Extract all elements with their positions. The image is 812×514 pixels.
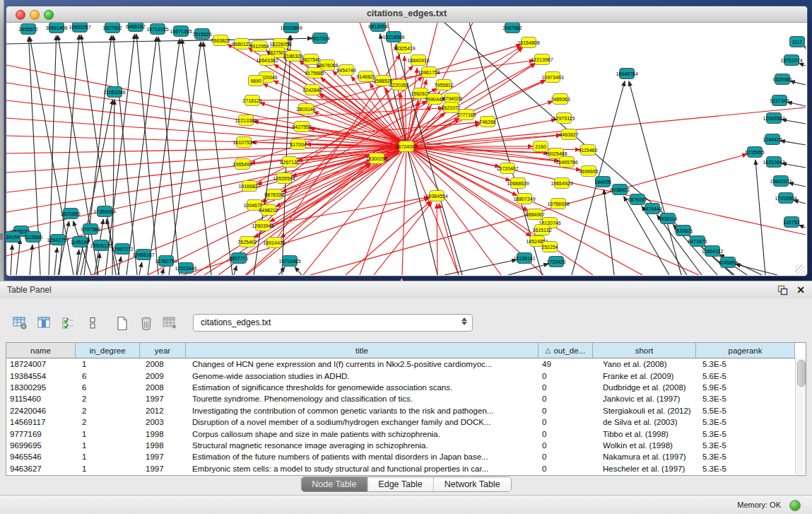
network-node[interactable]: 8498212: [259, 205, 278, 216]
table-options-button[interactable]: [10, 313, 31, 333]
network-node[interactable]: 21053346: [103, 87, 125, 98]
float-window-icon[interactable]: [777, 284, 788, 296]
network-node[interactable]: 252254: [541, 242, 558, 252]
network-node[interactable]: 39159: [6, 232, 20, 243]
window-resize-grip[interactable]: [795, 264, 805, 274]
network-node[interactable]: 19218586: [382, 32, 404, 42]
network-node[interactable]: 10688639: [507, 178, 529, 189]
network-node[interactable]: 7955812: [434, 80, 453, 90]
network-node[interactable]: 9227343: [770, 95, 789, 106]
network-node[interactable]: 16648784: [616, 69, 637, 79]
column-header-in_degree[interactable]: in_degree: [76, 343, 140, 358]
column-header-short[interactable]: short: [593, 343, 696, 358]
network-node[interactable]: 8215955: [745, 147, 764, 158]
network-node[interactable]: 1621072: [441, 103, 460, 113]
network-node[interactable]: 9474444: [642, 204, 661, 214]
network-node[interactable]: 817004: [290, 139, 306, 150]
network-node[interactable]: 2087682: [502, 23, 522, 33]
network-node[interactable]: 7515526: [192, 29, 211, 40]
network-node[interactable]: 8186328: [283, 51, 302, 62]
network-node[interactable]: 2935114: [659, 214, 678, 224]
network-node[interactable]: 9175685: [305, 68, 324, 78]
network-node[interactable]: 1527602: [102, 23, 122, 33]
table-row[interactable]: 1872400712008Changes of HCN gene express…: [6, 358, 806, 370]
network-node[interactable]: 9245652: [718, 257, 737, 268]
network-node[interactable]: 8660123: [232, 39, 251, 49]
network-node[interactable]: 1117: [790, 37, 805, 47]
network-node[interactable]: 30691406: [45, 23, 67, 33]
trash-button[interactable]: [136, 313, 157, 333]
network-node[interactable]: 10653257: [69, 23, 90, 33]
network-node[interactable]: 7632621: [673, 226, 693, 236]
network-node[interactable]: 16154808: [517, 37, 539, 48]
network-node[interactable]: 16782759: [155, 256, 177, 267]
network-canvas[interactable]: 2405572306914061065325715276026466162107…: [6, 23, 806, 275]
column-header-name[interactable]: name: [6, 343, 76, 358]
table-row[interactable]: 946362711997Embryonic stem cells: a mode…: [6, 463, 806, 474]
network-node[interactable]: 2405572: [18, 24, 37, 35]
network-node[interactable]: 6879197: [628, 194, 647, 205]
network-node[interactable]: 16671385: [170, 26, 192, 37]
network-node[interactable]: 164095: [594, 177, 611, 187]
network-node[interactable]: 7625402: [237, 237, 257, 247]
tab-node-table[interactable]: Node Table: [301, 477, 367, 491]
network-node[interactable]: 8454749: [336, 65, 355, 76]
network-node[interactable]: 6466162: [126, 23, 145, 32]
table-row[interactable]: 1456911722003Disruption of a novel membe…: [6, 416, 806, 428]
network-node[interactable]: 9329966: [772, 74, 792, 85]
network-node[interactable]: 9699695: [579, 166, 598, 177]
network-node[interactable]: 1115686: [24, 232, 42, 243]
network-node[interactable]: 9990448: [425, 94, 444, 105]
network-node[interactable]: 15720407: [496, 163, 518, 174]
network-node[interactable]: 9857771: [229, 253, 248, 264]
network-node[interactable]: 16961758: [418, 67, 440, 78]
column-header-year[interactable]: year: [140, 343, 186, 358]
delete-table-button[interactable]: [160, 313, 181, 333]
show-columns-button[interactable]: [34, 313, 55, 333]
network-node[interactable]: 9890: [249, 76, 264, 86]
network-node[interactable]: 9797588: [81, 224, 100, 235]
network-node[interactable]: 2620656: [61, 209, 80, 219]
network-node[interactable]: 8938923: [610, 185, 629, 195]
table-scrollbar[interactable]: [795, 358, 806, 474]
network-node[interactable]: 1615132: [532, 225, 551, 235]
column-header-title[interactable]: title: [186, 343, 539, 358]
network-node[interactable]: 9777169: [457, 110, 476, 120]
network-node[interactable]: 9463627: [559, 129, 578, 140]
network-node[interactable]: 8471676: [688, 236, 707, 247]
network-window-titlebar[interactable]: citations_edges.txt: [6, 6, 807, 23]
network-node[interactable]: 8878334: [264, 189, 283, 200]
network-node[interactable]: 16033809: [280, 23, 302, 33]
table-row[interactable]: 946554611997Estimation of the future num…: [6, 451, 806, 462]
column-header-pagerank[interactable]: pagerank: [696, 343, 795, 358]
network-node[interactable]: 15751074: [780, 55, 802, 66]
network-node[interactable]: 18325419: [393, 43, 415, 54]
row-height-button[interactable]: [82, 313, 103, 333]
network-node[interactable]: 17016504: [775, 193, 796, 204]
network-node[interactable]: 12213389: [235, 115, 257, 126]
table-row[interactable]: 1830029562008Estimation of significance …: [6, 382, 806, 393]
network-node[interactable]: 10719155: [146, 24, 168, 35]
table-row[interactable]: 1938455462009Genome-wide association stu…: [6, 370, 806, 381]
network-node[interactable]: 18640910: [407, 55, 429, 66]
network-node[interactable]: 18107534: [233, 137, 254, 148]
network-node[interactable]: 16210643: [763, 157, 784, 168]
network-node[interactable]: 19756928: [547, 199, 569, 209]
network-node[interactable]: 2803144: [296, 104, 315, 115]
network-node[interactable]: 8220357: [389, 80, 408, 90]
collapsed-panel-strip[interactable]: [0, 0, 4, 281]
new-document-button[interactable]: [112, 313, 133, 333]
table-row[interactable]: 977716911998Corpus callosum shape and si…: [6, 428, 806, 439]
network-node[interactable]: 2718120: [242, 95, 261, 106]
tab-network-table[interactable]: Network Table: [434, 477, 511, 491]
network-node[interactable]: 7485063: [551, 94, 570, 105]
network-node[interactable]: 12975115: [553, 113, 575, 124]
table-row[interactable]: 969969511998Structural magnetic resonanc…: [6, 440, 806, 451]
network-node[interactable]: 1965493: [233, 159, 252, 170]
panel-grip-icon[interactable]: [0, 233, 3, 240]
network-node[interactable]: 7857224: [310, 33, 329, 44]
network-node[interactable]: 1244415: [763, 134, 782, 145]
network-node[interactable]: 7663822: [211, 35, 230, 46]
network-node[interactable]: 10654112: [702, 246, 724, 257]
close-icon[interactable]: ✕: [796, 284, 805, 296]
